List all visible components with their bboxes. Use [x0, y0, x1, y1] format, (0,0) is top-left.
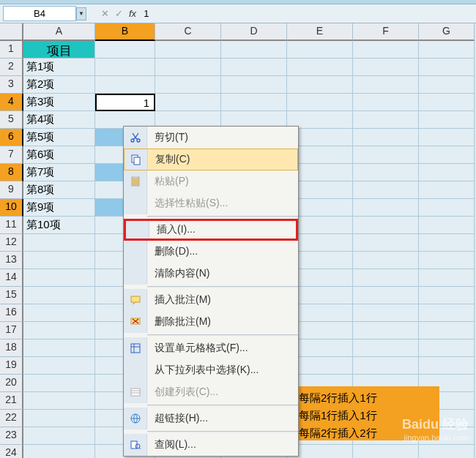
cell[interactable]	[95, 76, 155, 94]
cell[interactable]	[419, 111, 475, 129]
cell[interactable]	[353, 269, 419, 287]
row-header[interactable]: 2	[0, 59, 23, 76]
cell[interactable]	[353, 76, 419, 94]
row-header[interactable]: 17	[0, 322, 23, 339]
cell[interactable]	[353, 339, 419, 357]
cell[interactable]	[95, 41, 155, 59]
cell[interactable]	[419, 41, 475, 59]
cell[interactable]	[287, 94, 353, 111]
cell[interactable]	[23, 252, 95, 269]
cell[interactable]	[419, 59, 475, 76]
cell[interactable]	[419, 164, 475, 181]
cell[interactable]: 第4项	[23, 111, 95, 129]
col-header-a[interactable]: A	[23, 23, 95, 41]
cell[interactable]	[419, 129, 475, 146]
cell[interactable]	[353, 445, 419, 458]
row-header[interactable]: 22	[0, 410, 23, 427]
menu-hyperlink[interactable]: 超链接(H)...	[124, 408, 298, 429]
cell[interactable]: 第10项	[23, 217, 95, 234]
cell[interactable]	[419, 217, 475, 234]
row-header[interactable]: 3	[0, 76, 23, 94]
name-box[interactable]: B4	[3, 6, 76, 21]
menu-delete-comment[interactable]: 删除批注(M)	[124, 311, 298, 333]
cell[interactable]	[353, 322, 419, 339]
cell[interactable]	[155, 94, 221, 111]
cell[interactable]	[353, 129, 419, 146]
cell[interactable]	[353, 234, 419, 252]
cell[interactable]	[155, 41, 221, 59]
menu-copy[interactable]: 复制(C)	[124, 149, 298, 170]
row-header[interactable]: 10	[0, 199, 23, 217]
cell[interactable]	[23, 375, 95, 392]
cell[interactable]	[419, 322, 475, 339]
name-box-dropdown[interactable]: ▼	[76, 7, 86, 20]
cell[interactable]	[419, 269, 475, 287]
cell[interactable]: 第2项	[23, 76, 95, 94]
cell[interactable]	[353, 164, 419, 181]
row-header[interactable]: 21	[0, 392, 23, 410]
row-header[interactable]: 20	[0, 375, 23, 392]
cell[interactable]	[23, 234, 95, 252]
row-header[interactable]: 4	[0, 94, 23, 111]
formula-input[interactable]	[136, 7, 476, 20]
row-header[interactable]: 6	[0, 129, 23, 146]
cell[interactable]	[419, 76, 475, 94]
menu-insert-comment[interactable]: 插入批注(M)	[124, 289, 298, 311]
row-header[interactable]: 9	[0, 181, 23, 199]
row-header[interactable]: 23	[0, 427, 23, 445]
cell[interactable]	[353, 146, 419, 164]
cell[interactable]	[353, 304, 419, 322]
select-all-corner[interactable]	[0, 23, 23, 41]
menu-insert[interactable]: 插入(I)...	[124, 219, 298, 241]
cell[interactable]	[419, 357, 475, 375]
cell[interactable]: 第5项	[23, 129, 95, 146]
cell[interactable]	[23, 304, 95, 322]
cell[interactable]	[353, 252, 419, 269]
cell[interactable]	[155, 59, 221, 76]
cell[interactable]: 第3项	[23, 94, 95, 111]
menu-lookup[interactable]: 查阅(L)...	[124, 434, 298, 456]
cell[interactable]	[353, 181, 419, 199]
cell[interactable]	[221, 94, 287, 111]
cell[interactable]	[23, 357, 95, 375]
cell[interactable]	[353, 287, 419, 304]
row-header[interactable]: 16	[0, 304, 23, 322]
cell[interactable]	[287, 76, 353, 94]
cell[interactable]: 第1项	[23, 59, 95, 76]
row-header[interactable]: 1	[0, 41, 23, 59]
cell[interactable]	[353, 357, 419, 375]
menu-cut[interactable]: 剪切(T)	[124, 127, 298, 149]
row-header[interactable]: 24	[0, 445, 23, 458]
cell[interactable]	[23, 339, 95, 357]
cell[interactable]: 1	[95, 94, 155, 111]
cell[interactable]	[23, 392, 95, 410]
col-header-f[interactable]: F	[353, 23, 419, 41]
row-header[interactable]: 5	[0, 111, 23, 129]
cell[interactable]	[419, 146, 475, 164]
cell[interactable]	[353, 41, 419, 59]
row-header[interactable]: 8	[0, 164, 23, 181]
row-header[interactable]: 13	[0, 252, 23, 269]
fx-label[interactable]: fx	[129, 8, 136, 19]
row-header[interactable]: 7	[0, 146, 23, 164]
row-header[interactable]: 18	[0, 339, 23, 357]
menu-dropdown-list[interactable]: 从下拉列表中选择(K)...	[124, 359, 298, 381]
cell[interactable]: 第8项	[23, 181, 95, 199]
cell[interactable]	[419, 234, 475, 252]
cell[interactable]	[353, 59, 419, 76]
cell[interactable]	[353, 111, 419, 129]
row-header[interactable]: 19	[0, 357, 23, 375]
cell[interactable]	[23, 287, 95, 304]
cell[interactable]: 第7项	[23, 164, 95, 181]
cell[interactable]	[23, 427, 95, 445]
cell[interactable]	[23, 445, 95, 458]
col-header-d[interactable]: D	[221, 23, 287, 41]
menu-delete[interactable]: 删除(D)...	[124, 241, 298, 263]
cell[interactable]	[419, 252, 475, 269]
cell[interactable]: 项目	[23, 41, 95, 59]
col-header-c[interactable]: C	[155, 23, 221, 41]
cell[interactable]	[23, 410, 95, 427]
menu-format-cells[interactable]: 设置单元格格式(F)...	[124, 337, 298, 359]
cell[interactable]	[419, 94, 475, 111]
cell[interactable]	[419, 181, 475, 199]
